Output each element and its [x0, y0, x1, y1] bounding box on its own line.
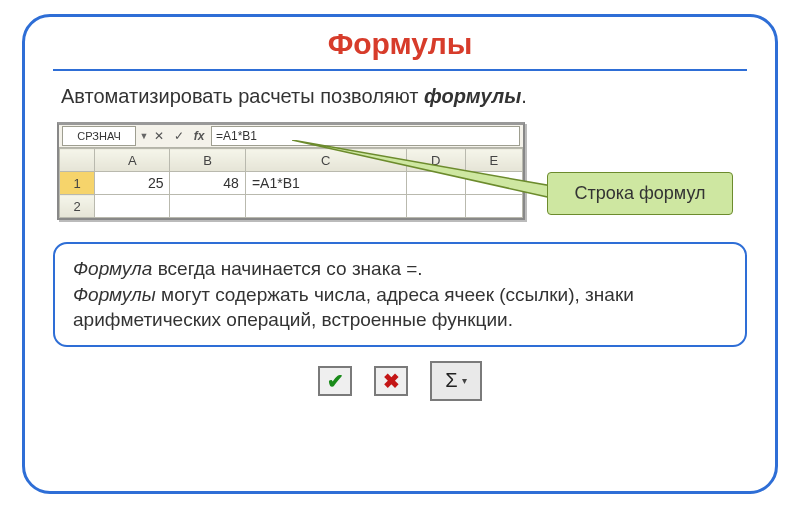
- row-header: 1: [60, 172, 95, 195]
- row-header: 2: [60, 195, 95, 218]
- infobox-keyword-1: Формула: [73, 258, 152, 279]
- formula-bar: СРЗНАЧ ▼ ✕ ✓ fx =A1*B1: [59, 125, 523, 148]
- info-box: Формула всегда начинается со знака =. Фо…: [53, 242, 747, 347]
- grid-table: A B C D E 1 25 48 =A1*B1 2: [59, 148, 523, 218]
- col-header: D: [406, 149, 465, 172]
- slide-container: Формулы Автоматизировать расчеты позволя…: [22, 14, 778, 494]
- infobox-text-2: могут содержать числа, адреса ячеек (ссы…: [73, 284, 634, 331]
- callout-formula-bar-label: Строка формул: [547, 172, 733, 215]
- cell-e1: [465, 172, 522, 195]
- accept-button[interactable]: ✔: [318, 366, 352, 396]
- intro-end: .: [521, 85, 527, 107]
- cell: [406, 195, 465, 218]
- dropdown-icon: ▾: [462, 375, 467, 386]
- cross-icon: ✖: [383, 369, 400, 393]
- name-box: СРЗНАЧ: [62, 126, 136, 146]
- cell-d1: [406, 172, 465, 195]
- cell: [245, 195, 406, 218]
- table-row: 1 25 48 =A1*B1: [60, 172, 523, 195]
- check-icon: ✔: [327, 369, 344, 393]
- bottom-icon-row: ✔ ✖ Σ ▾: [53, 361, 747, 401]
- intro-keyword: формулы: [424, 85, 521, 107]
- col-header: B: [170, 149, 245, 172]
- cell-b1: 48: [170, 172, 245, 195]
- intro-plain: Автоматизировать расчеты позволяют: [61, 85, 424, 107]
- name-box-dropdown-icon: ▼: [139, 131, 149, 141]
- infobox-keyword-2: Формулы: [73, 284, 156, 305]
- cell: [95, 195, 170, 218]
- col-header: C: [245, 149, 406, 172]
- cancel-icon: ✕: [149, 129, 169, 143]
- cell-c1-editing: =A1*B1: [245, 172, 406, 195]
- formula-input: =A1*B1: [211, 126, 520, 146]
- header-row: A B C D E: [60, 149, 523, 172]
- sigma-icon: Σ: [445, 369, 457, 392]
- cell-a1: 25: [95, 172, 170, 195]
- intro-text: Автоматизировать расчеты позволяют форму…: [61, 85, 747, 108]
- spreadsheet-wrapper: СРЗНАЧ ▼ ✕ ✓ fx =A1*B1 A B C D E 1 25: [57, 122, 747, 220]
- cell: [465, 195, 522, 218]
- fx-icon: fx: [189, 129, 209, 143]
- spreadsheet-mock: СРЗНАЧ ▼ ✕ ✓ fx =A1*B1 A B C D E 1 25: [57, 122, 525, 220]
- cell: [170, 195, 245, 218]
- corner-cell: [60, 149, 95, 172]
- reject-button[interactable]: ✖: [374, 366, 408, 396]
- table-row: 2: [60, 195, 523, 218]
- slide-title: Формулы: [53, 27, 747, 71]
- autosum-button[interactable]: Σ ▾: [430, 361, 482, 401]
- enter-icon: ✓: [169, 129, 189, 143]
- col-header: A: [95, 149, 170, 172]
- infobox-text-1: всегда начинается со знака =.: [152, 258, 422, 279]
- col-header: E: [465, 149, 522, 172]
